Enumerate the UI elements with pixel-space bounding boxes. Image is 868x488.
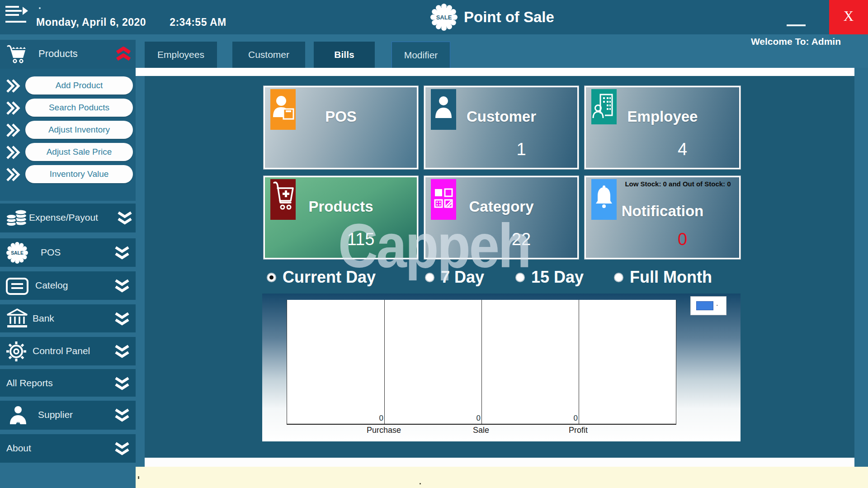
radio-current-day[interactable]: Current Day bbox=[267, 266, 376, 289]
artifact-dot bbox=[138, 476, 139, 479]
radio-label: 15 Day bbox=[531, 268, 584, 287]
welcome-message: Welcome To: Admin bbox=[714, 36, 841, 47]
tile-pos[interactable]: POS bbox=[264, 86, 418, 169]
sidebar-item-label: Products bbox=[38, 48, 78, 60]
tile-value: 1 bbox=[425, 140, 577, 159]
sidebar-item-control-panel[interactable]: Control Panel bbox=[0, 337, 136, 365]
radio-full-month[interactable]: Full Month bbox=[614, 266, 712, 289]
radio-icon[interactable] bbox=[515, 273, 525, 282]
chevron-double-up-icon[interactable] bbox=[115, 46, 132, 62]
panel-top-divider bbox=[136, 68, 854, 76]
search-products-button[interactable]: Search Poducts bbox=[25, 99, 133, 117]
chevron-double-right-icon bbox=[5, 122, 21, 138]
tile-title: Employee bbox=[586, 108, 739, 125]
tile-products[interactable]: Products 115 bbox=[264, 176, 418, 259]
sales-chart: 0 0 0 Purchase Sale Profit . bbox=[262, 294, 741, 441]
chevron-double-right-icon bbox=[5, 166, 21, 183]
chart-gridline bbox=[384, 300, 385, 424]
chart-gridline bbox=[579, 300, 579, 424]
sidebar-item-catelog[interactable]: Catelog bbox=[0, 271, 136, 300]
submenu-row: Search Poducts bbox=[0, 98, 136, 118]
tile-category[interactable]: Category 22 bbox=[424, 176, 579, 259]
tile-title: Customer bbox=[425, 108, 577, 125]
chevron-double-down-icon bbox=[114, 344, 130, 359]
sidebar-item-label: POS bbox=[41, 247, 61, 258]
minimize-button[interactable] bbox=[787, 24, 806, 26]
tab-employees[interactable]: Employees bbox=[145, 42, 217, 68]
radio-7-day[interactable]: 7 Day bbox=[425, 266, 484, 289]
shopping-cart-icon bbox=[5, 43, 27, 65]
add-product-button[interactable]: Add Product bbox=[25, 76, 133, 95]
tile-title: Notification bbox=[586, 203, 739, 220]
chart-axis-label: Sale bbox=[454, 426, 508, 435]
sidebar-item-about[interactable]: About bbox=[0, 434, 136, 463]
tab-modifier[interactable]: Modifier bbox=[392, 42, 450, 69]
chart-value-label: 0 bbox=[568, 414, 578, 423]
adjust-sale-price-button[interactable]: Adjust Sale Price bbox=[25, 143, 133, 161]
adjust-inventory-button[interactable]: Adjust Inventory bbox=[25, 121, 133, 139]
sidebar-item-products[interactable]: Products bbox=[0, 40, 136, 69]
tile-value: 22 bbox=[425, 230, 577, 249]
radio-15-day[interactable]: 15 Day bbox=[515, 266, 584, 289]
sidebar-item-label: All Reports bbox=[6, 378, 53, 389]
bottom-status-strip bbox=[136, 467, 868, 488]
submenu-row: Add Product bbox=[0, 76, 136, 96]
submenu-row: Adjust Inventory bbox=[0, 120, 136, 140]
tile-employee[interactable]: Employee 4 bbox=[585, 86, 741, 169]
chart-value-label: 0 bbox=[373, 414, 383, 423]
tile-value: 4 bbox=[586, 140, 739, 159]
products-submenu: Add Product Search Poducts Adjust Invent… bbox=[0, 69, 136, 201]
time-text: 2:34:55 AM bbox=[170, 16, 226, 28]
legend-swatch bbox=[696, 301, 713, 310]
chevron-double-right-icon bbox=[5, 144, 21, 161]
sidebar-item-supplier[interactable]: Supplier bbox=[0, 401, 136, 430]
sidebar-item-label: Expense/Payout bbox=[29, 212, 98, 223]
sidebar-item-all-reports[interactable]: All Reports bbox=[0, 369, 136, 397]
tab-customer[interactable]: Customer bbox=[232, 42, 305, 68]
chart-gridline bbox=[481, 300, 482, 424]
sidebar-item-label: Catelog bbox=[35, 280, 68, 291]
sale-badge-icon: SALE bbox=[430, 4, 458, 31]
chevron-double-down-icon bbox=[114, 246, 130, 260]
artifact-dot bbox=[39, 7, 41, 9]
hamburger-menu-icon[interactable] bbox=[5, 4, 29, 29]
close-button[interactable]: X bbox=[829, 0, 868, 34]
sidebar-item-expense-payout[interactable]: Expense/Payout bbox=[0, 204, 136, 232]
chevron-double-right-icon bbox=[5, 78, 21, 94]
gear-icon bbox=[5, 341, 29, 360]
sidebar-item-label: About bbox=[6, 443, 31, 454]
stock-status-note: Low Stock: 0 and Out of Stock: 0 bbox=[618, 180, 737, 188]
tile-title: Category bbox=[425, 198, 577, 215]
tile-notification[interactable]: Low Stock: 0 and Out of Stock: 0 Notific… bbox=[585, 176, 741, 259]
sidebar-item-label: Control Panel bbox=[33, 346, 90, 356]
sidebar-item-bank[interactable]: Bank bbox=[0, 304, 136, 332]
submenu-row: Adjust Sale Price bbox=[0, 142, 136, 162]
pos-application-window: Monday, April 6, 20202:34:55 AM SALE Poi… bbox=[0, 0, 868, 488]
app-logo: SALE Point of Sale bbox=[430, 3, 643, 32]
chevron-double-down-icon bbox=[117, 211, 133, 225]
chevron-double-down-icon bbox=[114, 441, 130, 456]
radio-icon[interactable] bbox=[614, 273, 623, 282]
sidebar-item-label: Supplier bbox=[38, 409, 73, 420]
chart-plot-area: 0 0 0 bbox=[287, 300, 676, 425]
bottom-white-strip bbox=[145, 458, 854, 467]
datetime-display: Monday, April 6, 20202:34:55 AM bbox=[36, 16, 226, 28]
tile-value: 0 bbox=[586, 230, 739, 249]
legend-label: . bbox=[716, 299, 718, 308]
sale-badge-icon: SALE bbox=[6, 242, 30, 262]
bank-icon bbox=[5, 308, 29, 328]
inventory-value-button[interactable]: Inventory Value bbox=[25, 165, 133, 183]
artifact-dot bbox=[420, 483, 421, 484]
chevron-double-down-icon bbox=[114, 408, 130, 422]
chart-axis-label: Profit bbox=[551, 426, 605, 435]
radio-icon[interactable] bbox=[267, 273, 276, 282]
tile-customer[interactable]: Customer 1 bbox=[424, 86, 579, 169]
svg-text:SALE: SALE bbox=[11, 251, 24, 256]
chart-legend: . bbox=[690, 296, 726, 315]
sidebar-item-pos[interactable]: SALE POS bbox=[0, 238, 136, 267]
radio-label: 7 Day bbox=[441, 268, 484, 287]
radio-icon[interactable] bbox=[425, 273, 434, 282]
tab-bills[interactable]: Bills bbox=[314, 42, 375, 68]
tile-title: Products bbox=[265, 198, 417, 215]
tile-title: POS bbox=[265, 108, 417, 125]
